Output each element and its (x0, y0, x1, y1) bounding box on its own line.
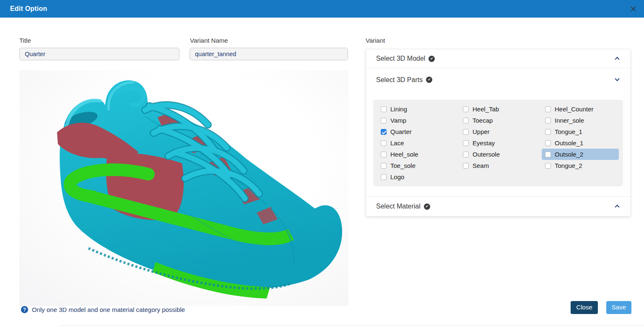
checkbox-icon[interactable] (381, 174, 387, 180)
part-label: Heel_Counter (555, 106, 594, 113)
checkbox-icon[interactable] (381, 163, 387, 169)
shoe-body (60, 80, 342, 289)
part-label: Outsole_1 (555, 139, 583, 147)
part-label: Quarter (390, 128, 412, 135)
checkbox-icon[interactable] (381, 118, 387, 124)
part-label: Outsole_2 (555, 151, 583, 158)
close-button[interactable]: Close (571, 301, 597, 314)
part-checkbox-item[interactable]: Heel_Tab (460, 103, 542, 115)
sneaker-3d-render (19, 70, 348, 306)
chevron-up-icon[interactable] (614, 56, 620, 62)
checkbox-icon[interactable] (381, 140, 387, 146)
part-label: Toe_sole (390, 162, 415, 169)
checkbox-icon[interactable] (463, 118, 469, 124)
parts-checkbox-grid: Lining Heel_Tab Heel_Counter Vamp (373, 100, 623, 186)
part-checkbox-item[interactable]: Lace (377, 137, 460, 149)
checkbox-icon[interactable] (463, 152, 469, 157)
part-label: Logo (390, 173, 404, 180)
checkbox-icon[interactable] (545, 152, 551, 157)
part-checkbox-item[interactable]: Lining (377, 103, 460, 115)
part-checkbox-item[interactable]: Outsole_2 (542, 149, 619, 160)
part-checkbox-item[interactable]: Tongue_1 (542, 126, 619, 137)
check-badge-icon: ✔ (424, 203, 430, 210)
chevron-up-icon[interactable] (614, 203, 620, 209)
checkbox-icon[interactable] (381, 152, 387, 157)
part-checkbox-item[interactable]: Quarter (377, 126, 460, 137)
help-icon: ? (21, 306, 28, 313)
checkbox-icon[interactable] (545, 129, 551, 135)
checkbox-icon[interactable] (463, 140, 469, 146)
check-badge-icon: ✔ (428, 56, 435, 62)
info-note: ? Only one 3D model and one material cat… (21, 306, 185, 313)
checkbox-icon[interactable] (545, 106, 551, 112)
checkbox-icon[interactable] (381, 106, 387, 112)
part-label: Lining (390, 106, 407, 113)
checkbox-icon[interactable] (463, 106, 469, 112)
variant-name-field-label: Variant Name (190, 37, 228, 44)
part-label: Toecap (473, 117, 493, 124)
section-title: Select Material (376, 203, 421, 210)
part-checkbox-item[interactable]: Toe_sole (377, 160, 460, 171)
part-label: Heel_Tab (473, 106, 499, 113)
parts-section-body: Lining Heel_Tab Heel_Counter Vamp (366, 91, 630, 196)
variant-panel-label: Variant (366, 37, 385, 44)
accordion-select-material[interactable]: Select Material ✔ (366, 197, 630, 216)
part-label: Tongue_1 (555, 128, 582, 135)
part-label: Eyestay (473, 139, 495, 147)
modal-title: Edit Option (10, 5, 47, 13)
bottom-divider (59, 325, 644, 326)
checkbox-icon[interactable] (545, 118, 551, 124)
part-label: Vamp (390, 117, 406, 124)
variant-name-input[interactable] (190, 48, 348, 60)
section-title: Select 3D Parts (376, 76, 423, 84)
title-field-label: Title (19, 37, 31, 44)
part-checkbox-item[interactable]: Outsole_1 (542, 137, 619, 149)
part-checkbox-item[interactable]: Heel_sole (377, 149, 460, 160)
title-input[interactable] (19, 48, 179, 60)
accordion-select-3d-parts[interactable]: Select 3D Parts ✔ (366, 68, 630, 91)
close-icon[interactable]: × (630, 4, 637, 13)
checkbox-icon[interactable] (463, 129, 469, 135)
section-title: Select 3D Model (376, 55, 425, 62)
part-checkbox-item[interactable]: Eyestay (460, 137, 542, 149)
modal-header: Edit Option × (0, 0, 644, 18)
part-label: Inner_sole (555, 117, 584, 124)
part-label: Lace (390, 139, 404, 147)
checkbox-icon[interactable] (545, 140, 551, 146)
part-checkbox-item[interactable]: Logo (377, 171, 460, 183)
part-label: Tongue_2 (555, 162, 582, 169)
info-text: Only one 3D model and one material categ… (32, 306, 185, 313)
part-checkbox-item[interactable]: Outersole (460, 149, 542, 160)
part-checkbox-item[interactable]: Inner_sole (542, 115, 619, 126)
checkbox-icon[interactable] (463, 163, 469, 169)
part-checkbox-item[interactable]: Upper (460, 126, 542, 137)
part-label: Upper (473, 128, 490, 135)
dialog-actions: Close Save (571, 301, 631, 314)
chevron-down-icon[interactable] (614, 77, 620, 83)
part-checkbox-item[interactable]: Tongue_2 (542, 160, 619, 171)
part-checkbox-item[interactable]: Seam (460, 160, 542, 171)
accordion-select-3d-model[interactable]: Select 3D Model ✔ (366, 49, 630, 68)
save-button[interactable]: Save (606, 301, 631, 314)
part-checkbox-item[interactable]: Toecap (460, 115, 542, 126)
variant-accordion: Select 3D Model ✔ Select 3D Parts ✔ Lini… (366, 49, 631, 216)
part-label: Seam (473, 162, 489, 169)
part-label: Outersole (473, 151, 500, 158)
check-badge-icon: ✔ (426, 77, 432, 83)
checkbox-icon[interactable] (545, 163, 551, 169)
part-checkbox-item[interactable]: Vamp (377, 115, 460, 126)
3d-model-viewer[interactable] (19, 70, 348, 306)
part-label: Heel_sole (390, 151, 418, 158)
part-checkbox-item[interactable]: Heel_Counter (542, 103, 619, 115)
checkbox-icon[interactable] (381, 129, 387, 135)
